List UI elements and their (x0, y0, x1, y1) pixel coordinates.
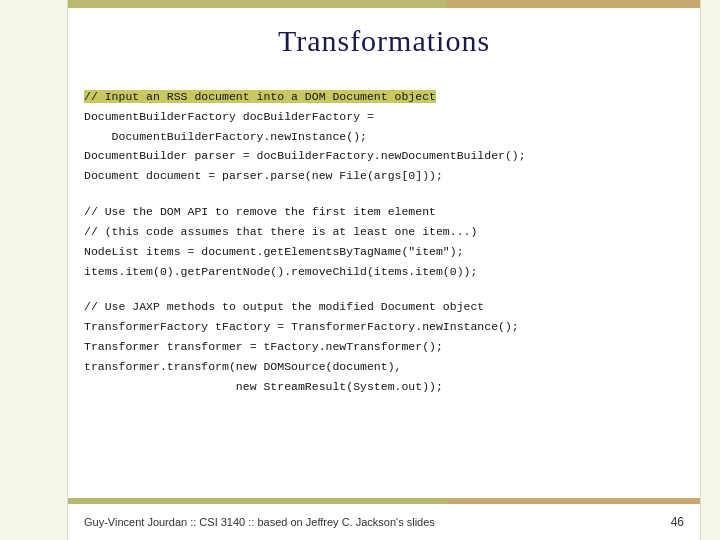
footer-page-number: 46 (671, 515, 684, 529)
left-stripe (0, 0, 68, 540)
footer-credits: Guy-Vincent Jourdan :: CSI 3140 :: based… (84, 516, 435, 528)
code-area: // Input an RSS document into a DOM Docu… (68, 78, 700, 498)
code-comment-2: // Use the DOM API to remove the first i… (84, 205, 477, 277)
slide-title: Transformations (278, 24, 490, 58)
right-stripe (700, 0, 720, 540)
spacer-2 (84, 286, 684, 296)
top-bar-right (447, 0, 700, 8)
code-comment-1: // Input an RSS document into a DOM Docu… (84, 90, 526, 182)
top-bar-left (68, 0, 447, 8)
title-area: Transformations (68, 8, 700, 73)
top-accent-bars (68, 0, 700, 8)
footer: Guy-Vincent Jourdan :: CSI 3140 :: based… (68, 504, 700, 540)
code-section-2: // Use the DOM API to remove the first i… (84, 201, 684, 280)
code-comment-3: // Use JAXP methods to output the modifi… (84, 300, 519, 392)
code-section-1: // Input an RSS document into a DOM Docu… (84, 86, 684, 185)
highlighted-comment: // Input an RSS document into a DOM Docu… (84, 90, 436, 103)
slide-container: Transformations // Input an RSS document… (0, 0, 720, 540)
code-section-3: // Use JAXP methods to output the modifi… (84, 296, 684, 395)
spacer-1 (84, 191, 684, 201)
